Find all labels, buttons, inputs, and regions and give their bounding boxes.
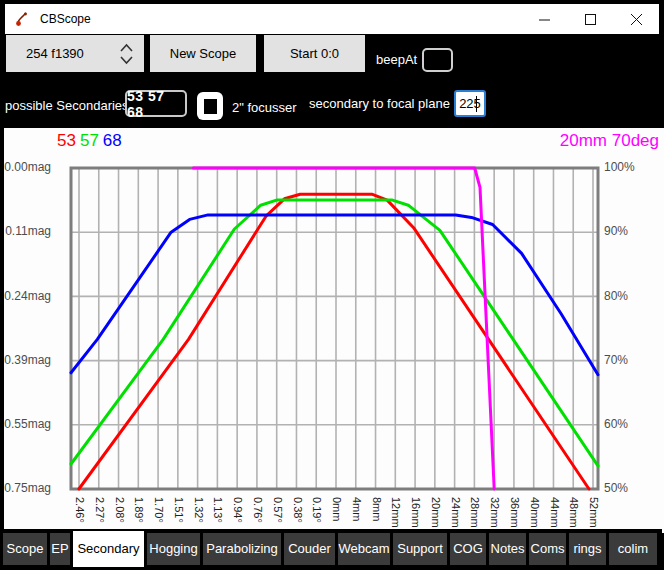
tab-colim[interactable]: colim (609, 533, 657, 565)
maximize-button[interactable] (567, 4, 613, 34)
x-tick-label: 40mm (529, 497, 541, 528)
x-tick-label: 1.89° (133, 497, 145, 523)
minimize-button[interactable] (521, 4, 567, 34)
scope-select-value: 254 f1390 (26, 46, 84, 61)
tab-parabolizing[interactable]: Parabolizing (203, 533, 281, 565)
window-title: CBScope (40, 12, 91, 26)
x-tick-label: 1.32° (193, 497, 205, 523)
x-tick-label: 0mm (331, 497, 343, 521)
x-tick-label: 32mm (489, 497, 501, 528)
app-icon (14, 11, 30, 27)
x-tick-label: 20mm (430, 497, 442, 528)
tab-notes[interactable]: Notes (489, 533, 526, 565)
close-button[interactable] (613, 4, 659, 34)
x-tick-label: 28mm (469, 497, 481, 528)
maximize-icon (585, 14, 596, 25)
app-window: CBScope 254 f1390 New Scope Start 0:0 be… (0, 0, 664, 570)
y-right-tick-label: 100% (604, 160, 635, 174)
scope-select[interactable]: 254 f1390 (6, 35, 144, 72)
x-tick-label: 2.27° (94, 497, 106, 523)
x-tick-label: 0.57° (272, 497, 284, 523)
possible-secondaries-value: 53 57 68 (125, 90, 187, 117)
y-right-tick-label: 60% (604, 417, 628, 431)
x-tick-label: 12mm (390, 497, 402, 528)
y-left-tick-label: 0.75mag (4, 481, 51, 495)
possible-secondaries-label: possible Secondaries (5, 98, 129, 113)
tab-hogging[interactable]: Hogging (147, 533, 200, 565)
tab-rings[interactable]: rings (569, 533, 606, 565)
focusser-checkbox[interactable] (197, 92, 223, 120)
y-left-tick-label: 0.39mag (4, 353, 51, 367)
text-caret (476, 96, 477, 112)
y-left-tick-label: 0.00mag (4, 160, 51, 174)
x-tick-label: 48mm (568, 497, 580, 528)
x-tick-label: 44mm (549, 497, 561, 528)
focusser-label: 2" focusser (232, 100, 297, 115)
x-tick-label: 2.08° (114, 497, 126, 523)
tab-coms[interactable]: Coms (529, 533, 566, 565)
tab-ep[interactable]: EP (50, 533, 70, 565)
y-left-tick-label: 0.11mag (5, 224, 51, 238)
x-tick-label: 0.94° (232, 497, 244, 523)
x-tick-label: 1.13° (212, 497, 224, 523)
spinner-chevrons-icon[interactable] (119, 43, 134, 65)
x-tick-label: 0.19° (311, 497, 323, 523)
close-icon (631, 14, 642, 25)
start-button[interactable]: Start 0:0 (264, 35, 365, 72)
tab-support[interactable]: Support (393, 533, 447, 565)
y-right-tick-label: 50% (604, 481, 628, 495)
x-tick-label: 1.51° (173, 497, 185, 523)
x-tick-label: 52mm (588, 497, 600, 528)
toolbar-secondary: possible Secondaries 53 57 68 2" focusse… (4, 90, 660, 128)
x-tick-label: 0.76° (252, 497, 264, 523)
x-tick-label: 2.46° (74, 497, 86, 523)
y-left-tick-label: 0.55mag (4, 417, 51, 431)
illumination-chart-panel: 535768 20mm 70deg 2.46°2.27°2.08°1.89°1.… (4, 128, 664, 533)
x-tick-label: 36mm (509, 497, 521, 528)
y-right-tick-label: 90% (604, 224, 628, 238)
focusser-checkbox-mark (204, 99, 217, 114)
tab-secondary[interactable]: Secondary (73, 531, 144, 567)
y-left-tick-label: 0.24mag (4, 289, 51, 303)
secondary-focal-value: 225 (459, 96, 481, 111)
tab-couder[interactable]: Couder (284, 533, 335, 565)
x-tick-label: 1.70° (153, 497, 165, 523)
tab-scope[interactable]: Scope (3, 533, 47, 565)
y-right-tick-label: 80% (604, 289, 628, 303)
beep-at-label: beepAt (376, 52, 417, 67)
secondary-focal-input[interactable]: 225 (454, 90, 486, 117)
beep-at-checkbox[interactable] (422, 48, 453, 72)
x-tick-label: 0.38° (292, 497, 304, 523)
secondary-focal-label: secondary to focal plane (309, 96, 450, 111)
tab-bar: ScopeEPSecondaryHoggingParabolizingCoude… (2, 529, 662, 568)
tab-webcam[interactable]: Webcam (338, 533, 390, 565)
title-bar: CBScope (5, 4, 659, 34)
tab-cog[interactable]: COG (450, 533, 486, 565)
x-tick-label: 8mm (371, 497, 383, 521)
window-controls (521, 4, 659, 34)
toolbar-main: 254 f1390 New Scope Start 0:0 beepAt (4, 34, 660, 90)
minimize-icon (539, 14, 550, 25)
x-tick-label: 4mm (351, 497, 363, 521)
series-line-57 (71, 200, 598, 466)
series-line-53 (79, 194, 589, 489)
new-scope-button[interactable]: New Scope (150, 35, 256, 72)
y-right-tick-label: 70% (604, 353, 628, 367)
x-tick-label: 24mm (450, 497, 462, 528)
x-tick-label: 16mm (410, 497, 422, 528)
illumination-chart: 2.46°2.27°2.08°1.89°1.70°1.51°1.32°1.13°… (4, 128, 664, 533)
